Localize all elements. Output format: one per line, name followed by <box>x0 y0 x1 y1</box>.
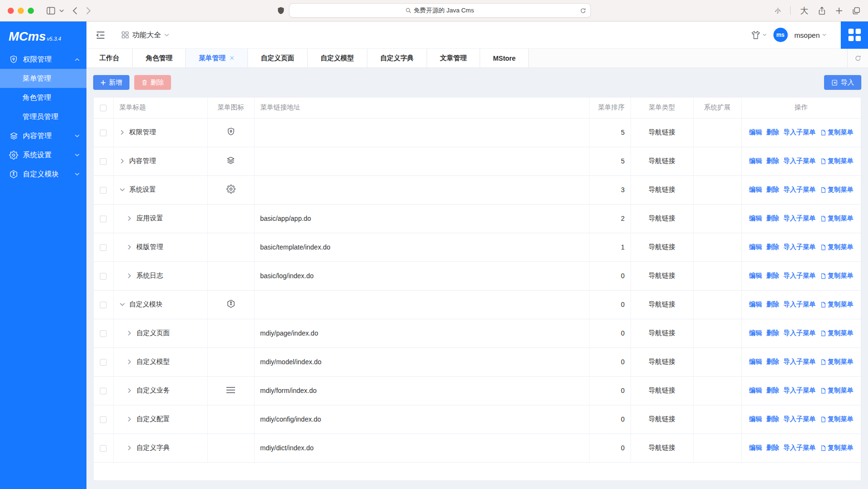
import-submenu-link[interactable]: 导入子菜单 <box>783 386 816 395</box>
copy-menu-link[interactable]: 复制菜单 <box>820 157 854 165</box>
copy-menu-link[interactable]: 复制菜单 <box>820 300 854 309</box>
expand-closed-caret-icon[interactable] <box>119 158 125 164</box>
tab-自定义字典[interactable]: 自定义字典 <box>367 49 427 67</box>
row-checkbox[interactable] <box>100 130 107 136</box>
row-checkbox[interactable] <box>100 359 107 366</box>
sidebar-collapse-icon[interactable] <box>93 28 108 42</box>
delete-link[interactable]: 删除 <box>766 300 779 309</box>
delete-link[interactable]: 删除 <box>766 185 779 194</box>
import-submenu-link[interactable]: 导入子菜单 <box>783 415 816 424</box>
share-icon[interactable] <box>818 6 826 15</box>
tab-自定义页面[interactable]: 自定义页面 <box>248 49 308 67</box>
import-submenu-link[interactable]: 导入子菜单 <box>783 128 816 137</box>
text-larger-button[interactable]: 大 <box>800 5 808 16</box>
delete-button[interactable]: 删除 <box>134 75 171 90</box>
delete-link[interactable]: 删除 <box>766 243 779 251</box>
expand-closed-caret-icon[interactable] <box>127 416 132 422</box>
sidebar-item-system[interactable]: 系统设置 <box>0 145 86 164</box>
sidebar-item-menu[interactable]: 菜单管理 <box>0 69 86 88</box>
zoom-window-button[interactable] <box>28 8 34 14</box>
add-button[interactable]: 新增 <box>93 75 129 90</box>
edit-link[interactable]: 编辑 <box>749 386 762 395</box>
edit-link[interactable]: 编辑 <box>749 214 762 223</box>
row-checkbox[interactable] <box>100 244 107 251</box>
expand-closed-caret-icon[interactable] <box>127 244 132 250</box>
edit-link[interactable]: 编辑 <box>749 272 762 280</box>
copy-menu-link[interactable]: 复制菜单 <box>820 214 854 223</box>
edit-link[interactable]: 编辑 <box>749 185 762 194</box>
expand-open-caret-icon[interactable] <box>119 187 125 193</box>
import-submenu-link[interactable]: 导入子菜单 <box>783 329 816 337</box>
copy-menu-link[interactable]: 复制菜单 <box>820 185 854 194</box>
chevron-down-icon[interactable] <box>59 9 64 12</box>
refresh-tab-icon[interactable] <box>847 49 868 67</box>
edit-link[interactable]: 编辑 <box>749 329 762 337</box>
delete-link[interactable]: 删除 <box>766 415 779 424</box>
import-submenu-link[interactable]: 导入子菜单 <box>783 185 816 194</box>
row-checkbox[interactable] <box>100 273 107 280</box>
copy-menu-link[interactable]: 复制菜单 <box>820 415 854 424</box>
row-checkbox[interactable] <box>100 330 107 337</box>
app-switcher[interactable]: 功能大全 <box>121 31 169 40</box>
expand-closed-caret-icon[interactable] <box>127 445 132 451</box>
row-checkbox[interactable] <box>100 388 107 394</box>
user-menu[interactable]: msopen <box>794 31 826 39</box>
expand-closed-caret-icon[interactable] <box>119 130 125 135</box>
theme-switcher[interactable] <box>751 31 767 40</box>
edit-link[interactable]: 编辑 <box>749 415 762 424</box>
delete-link[interactable]: 删除 <box>766 214 779 223</box>
expand-closed-caret-icon[interactable] <box>127 330 132 336</box>
expand-closed-caret-icon[interactable] <box>127 273 132 279</box>
import-submenu-link[interactable]: 导入子菜单 <box>783 214 816 223</box>
forward-button[interactable] <box>86 7 91 15</box>
close-tab-icon[interactable]: ✕ <box>229 54 235 62</box>
expand-closed-caret-icon[interactable] <box>127 359 132 365</box>
copy-menu-link[interactable]: 复制菜单 <box>820 358 854 366</box>
delete-link[interactable]: 删除 <box>766 272 779 280</box>
delete-link[interactable]: 删除 <box>766 358 779 366</box>
copy-menu-link[interactable]: 复制菜单 <box>820 272 854 280</box>
import-submenu-link[interactable]: 导入子菜单 <box>783 358 816 366</box>
address-bar[interactable]: 免费开源的 Java Cms <box>289 3 591 18</box>
row-checkbox[interactable] <box>100 416 107 423</box>
edit-link[interactable]: 编辑 <box>749 300 762 309</box>
sidebar-item-custom[interactable]: 自定义模块 <box>0 164 86 184</box>
copy-menu-link[interactable]: 复制菜单 <box>820 243 854 251</box>
row-checkbox[interactable] <box>100 302 107 308</box>
delete-link[interactable]: 删除 <box>766 157 779 165</box>
delete-link[interactable]: 删除 <box>766 128 779 137</box>
close-window-button[interactable] <box>8 8 14 14</box>
row-checkbox[interactable] <box>100 445 107 452</box>
minimize-window-button[interactable] <box>18 8 24 14</box>
tab-MStore[interactable]: MStore <box>480 49 529 67</box>
edit-link[interactable]: 编辑 <box>749 243 762 251</box>
copy-menu-link[interactable]: 复制菜单 <box>820 329 854 337</box>
delete-link[interactable]: 删除 <box>766 329 779 337</box>
import-submenu-link[interactable]: 导入子菜单 <box>783 444 816 452</box>
delete-link[interactable]: 删除 <box>766 386 779 395</box>
row-checkbox[interactable] <box>100 187 107 194</box>
sidebar-item-role[interactable]: 角色管理 <box>0 88 86 107</box>
copy-menu-link[interactable]: 复制菜单 <box>820 386 854 395</box>
import-submenu-link[interactable]: 导入子菜单 <box>783 157 816 165</box>
sidebar-item-permission[interactable]: 权限管理 <box>0 50 86 69</box>
edit-link[interactable]: 编辑 <box>749 444 762 452</box>
delete-link[interactable]: 删除 <box>766 444 779 452</box>
tab-角色管理[interactable]: 角色管理 <box>133 49 186 67</box>
tab-菜单管理[interactable]: 菜单管理✕ <box>186 49 248 67</box>
row-checkbox[interactable] <box>100 216 107 222</box>
import-submenu-link[interactable]: 导入子菜单 <box>783 300 816 309</box>
tab-自定义模型[interactable]: 自定义模型 <box>308 49 367 67</box>
import-submenu-link[interactable]: 导入子菜单 <box>783 272 816 280</box>
row-checkbox[interactable] <box>100 158 107 165</box>
import-submenu-link[interactable]: 导入子菜单 <box>783 243 816 251</box>
edit-link[interactable]: 编辑 <box>749 358 762 366</box>
expand-closed-caret-icon[interactable] <box>127 216 132 221</box>
copy-menu-link[interactable]: 复制菜单 <box>820 128 854 137</box>
edit-link[interactable]: 编辑 <box>749 157 762 165</box>
back-button[interactable] <box>73 7 77 15</box>
copy-menu-link[interactable]: 复制菜单 <box>820 444 854 452</box>
sidebar-item-admin[interactable]: 管理员管理 <box>0 107 86 126</box>
content-blocker-shield-icon[interactable] <box>278 7 284 15</box>
user-avatar[interactable]: ms <box>773 28 788 42</box>
